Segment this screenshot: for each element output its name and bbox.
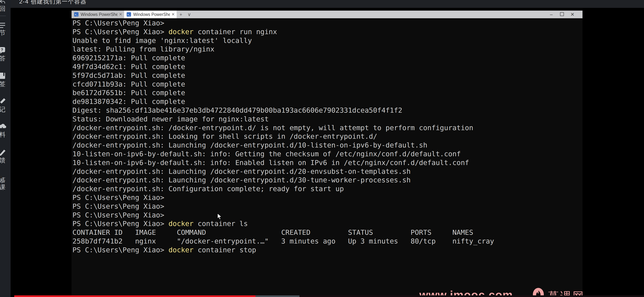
sidebar-item-qa[interactable]: ? 答 [0,47,10,62]
terminal-titlebar[interactable]: >_ Windows PowerShell ✕ >_ Windows Power… [72,10,582,18]
sidebar-item-label: 节 [0,29,10,36]
terminal-line: PS C:\Users\Peng Xiao> [72,19,582,28]
terminal-line: PS C:\Users\Peng Xiao> [72,193,582,202]
progress-played [14,295,256,297]
tab-close-icon[interactable]: ✕ [118,12,122,17]
terminal-line: Digest: sha256:df13abe416e37eb3db4722840… [72,106,582,115]
terminal-window: >_ Windows PowerShell ✕ >_ Windows Power… [72,10,582,297]
svg-text:?: ? [1,48,3,52]
window-controls: – ✕ [546,10,582,18]
back-icon [0,0,10,5]
sidebar-item-back[interactable]: 回 [0,0,10,12]
terminal-line: 10-listen-on-ipv6-by-default.sh: info: G… [72,150,582,158]
terminal-line: PS C:\Users\Peng Xiao> [72,202,582,211]
terminal-line: Status: Downloaded newer image for nginx… [72,115,582,124]
tab-dropdown-button[interactable]: ∨ [185,10,194,18]
terminal-line: PS C:\Users\Peng Xiao> [72,211,582,220]
sidebar-item-materials[interactable]: 料 [0,124,10,138]
sidebar-item-feedback[interactable]: 馈 [0,149,10,164]
terminal-line: /docker-entrypoint.sh: Launching /docker… [72,167,582,176]
terminal-line: Unable to find image 'nginx:latest' loca… [72,36,582,45]
sidebar-item-notes[interactable]: 记 [0,98,10,113]
sidebar-item-chapters[interactable]: 节 [0,22,10,36]
imooc-logo [0,174,10,177]
sidebar-item-label: 记 [0,106,10,113]
feedback-icon [0,149,10,156]
tab-powershell-2[interactable]: >_ Windows PowerShell ✕ [124,10,177,18]
sidebar: 回 节 ? 答 签 记 [0,0,10,297]
terminal-line: cfcd0711b93a: Pull complete [72,80,582,89]
sidebar-item-label: 回 [0,5,10,12]
tab-title: Windows PowerShell [133,12,170,17]
terminal-line: 258b7df741b2 nginx "/docker-entrypoint.…… [72,237,582,246]
tab-title: Windows PowerShell [81,12,118,17]
sidebar-item-label: 料 [0,131,10,138]
terminal-line: latest: Pulling from library/nginx [72,45,582,54]
notes-icon [0,98,10,106]
terminal-line: 49f7d34d62c1: Pull complete [72,62,582,71]
tab-close-icon[interactable]: ✕ [170,12,175,17]
maximize-button[interactable] [556,10,567,18]
powershell-icon: >_ [127,12,131,16]
terminal-line: /docker-entrypoint.sh: Looking for shell… [72,132,582,141]
terminal-line: /docker-entrypoint.sh: Launching /docker… [72,141,582,150]
qa-icon: ? [0,47,10,55]
minimize-button[interactable]: – [546,10,556,18]
new-tab-button[interactable]: + [177,10,185,18]
sidebar-item-label: 签 [0,80,10,87]
terminal-output: PS C:\Users\Peng Xiao>PS C:\Users\Peng X… [72,18,582,297]
player-progress-bar[interactable] [14,295,644,297]
terminal-line: PS C:\Users\Peng Xiao> docker container … [72,220,582,228]
powershell-icon: >_ [74,12,78,16]
terminal-line: PS C:\Users\Peng Xiao> docker container … [72,28,582,36]
progress-buffered [256,295,300,297]
materials-icon [0,124,10,131]
sidebar-divider [0,16,6,16]
terminal-line: 10-listen-on-ipv6-by-default.sh: info: E… [72,158,582,167]
terminal-line: 5f97dc5d71ab: Pull complete [72,71,582,80]
close-button[interactable]: ✕ [567,10,578,18]
chapters-icon [0,22,10,29]
video-player-page: 2-4 创建我们第一个容器 回 节 ? 答 签 [0,0,644,297]
sidebar-item-label: 馈 [0,156,10,164]
sidebar-item-label: 慕课 [0,177,10,190]
mouse-cursor [217,213,222,221]
bookmark-icon [0,72,10,80]
sidebar-item-bookmark[interactable]: 签 [0,72,10,87]
terminal-line: PS C:\Users\Peng Xiao> docker container … [72,246,582,254]
terminal-line: be6172d7651b: Pull complete [72,88,582,97]
terminal-line: CONTAINER ID IMAGE COMMAND CREATED STATU… [72,228,582,237]
topbar: 2-4 创建我们第一个容器 [10,0,644,8]
terminal-line: /docker-entrypoint.sh: Launching /docker… [72,176,582,184]
terminal-line: 69692152171a: Pull complete [72,54,582,62]
sidebar-item-label: 答 [0,55,10,62]
terminal-line: /docker-entrypoint.sh: /docker-entrypoin… [72,124,582,132]
sidebar-item-imooc[interactable]: 慕课 [0,174,10,190]
video-area[interactable]: >_ Windows PowerShell ✕ >_ Windows Power… [10,8,644,297]
terminal-line: /docker-entrypoint.sh: Configuration com… [72,184,582,193]
tab-powershell-1[interactable]: >_ Windows PowerShell ✕ [72,10,124,18]
terminal-line: de9813870342: Pull complete [72,97,582,106]
video-title: 2-4 创建我们第一个容器 [19,0,86,6]
